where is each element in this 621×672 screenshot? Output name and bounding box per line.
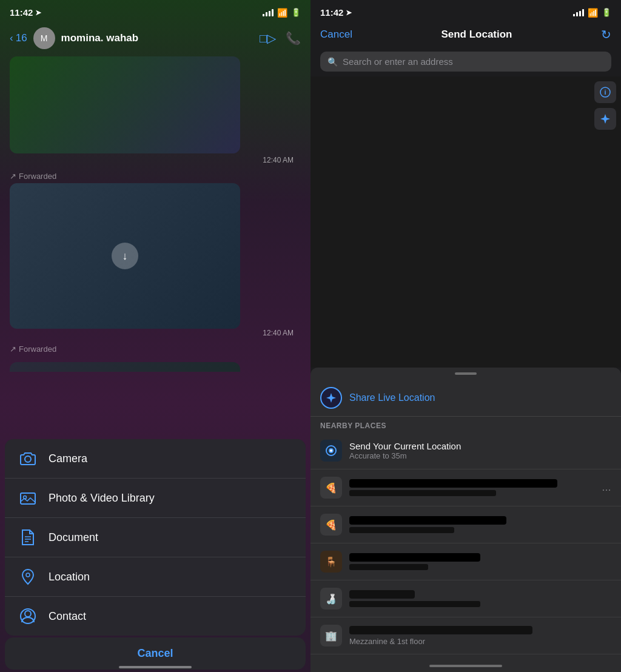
photo-library-label: Photo & Video Library	[49, 492, 155, 505]
left-status-icons: 📶 🔋	[263, 8, 301, 18]
ellipsis-icon-1: …	[602, 482, 611, 493]
right-signal-icon	[573, 9, 584, 16]
search-bar[interactable]: 🔍 Search or enter an address	[320, 52, 611, 72]
svg-point-6	[26, 573, 30, 577]
download-icon: ↓	[123, 250, 128, 263]
share-live-icon	[320, 387, 342, 409]
phone-call-icon[interactable]: 📞	[286, 31, 301, 45]
contact-icon	[17, 605, 39, 627]
right-location-icon: ➤	[346, 8, 352, 17]
camera-label: Camera	[49, 452, 87, 465]
current-location-item[interactable]: Send Your Current Location Accurate to 3…	[310, 432, 621, 469]
forwarded-label-1: ↗ Forwarded	[0, 169, 310, 183]
right-time: 11:42 ➤	[320, 7, 352, 18]
home-indicator	[119, 666, 192, 668]
chat-area: 12:40 AM ↗ Forwarded ↓ 12:40 AM ↗ Forwar…	[0, 56, 310, 372]
map-view[interactable]	[310, 76, 621, 368]
chat-media-3	[10, 362, 240, 372]
avatar-initial: M	[41, 33, 48, 43]
back-button[interactable]: ‹ 16	[10, 32, 27, 44]
svg-text:i: i	[604, 89, 606, 96]
action-camera[interactable]: Camera	[5, 439, 306, 479]
location-arrow-icon: ➤	[35, 8, 41, 17]
nearby-icon-4: 🍶	[320, 588, 342, 610]
camera-icon	[17, 448, 39, 469]
nearby-item-4[interactable]: 🍶	[310, 580, 621, 617]
place-sub-bar-1	[349, 490, 496, 496]
action-photo-library[interactable]: Photo & Video Library	[5, 479, 306, 518]
svg-point-0	[25, 456, 31, 462]
cancel-label: Cancel	[137, 647, 173, 659]
search-input[interactable]: Search or enter an address	[343, 56, 453, 67]
right-panel: 11:42 ➤ 📶 🔋 Cancel Send Location ↻ 🔍 Sea…	[310, 0, 621, 672]
action-document[interactable]: Document	[5, 518, 306, 557]
document-label: Document	[49, 531, 98, 544]
pizza-icon-2: 🍕	[325, 519, 337, 531]
place-sub-bar-3	[349, 564, 428, 570]
place-sub-bar-2	[349, 527, 454, 533]
nearby-text-2	[349, 516, 611, 533]
nearby-item-3[interactable]: 🪑	[310, 543, 621, 580]
nearby-text-4	[349, 590, 611, 607]
chat-media-2[interactable]: ↓	[10, 183, 240, 329]
msg-time-2: 12:40 AM	[0, 329, 310, 337]
cancel-button[interactable]: Cancel	[320, 29, 352, 41]
nearby-section-label: NEARBY PLACES	[310, 417, 621, 432]
location-bottom-sheet: Share Live Location NEARBY PLACES Send Y…	[310, 368, 621, 660]
video-call-icon[interactable]: □▷	[260, 31, 276, 45]
share-live-location-item[interactable]: Share Live Location	[310, 380, 621, 417]
download-button[interactable]: ↓	[112, 243, 138, 269]
document-icon	[17, 526, 39, 548]
place-name-bar-3	[349, 553, 480, 562]
forwarded-label-2: ↗ Forwarded	[0, 342, 310, 356]
current-location-accuracy: Accurate to 35m	[349, 451, 611, 460]
right-battery-icon: 🔋	[602, 8, 611, 17]
place-sub-bar-4	[349, 601, 480, 607]
msg-time-1: 12:40 AM	[0, 156, 310, 164]
left-chat-header: ‹ 16 M momina. wahab □▷ 📞	[0, 22, 310, 56]
furniture-icon: 🪑	[325, 556, 337, 568]
cancel-action-button[interactable]: Cancel	[5, 637, 306, 670]
right-home-indicator	[310, 660, 621, 672]
right-status-bar: 11:42 ➤ 📶 🔋	[310, 0, 621, 22]
map-controls: i	[594, 81, 616, 130]
current-location-name: Send Your Current Location	[349, 441, 611, 451]
nearby-item-1[interactable]: 🍕 …	[310, 469, 621, 506]
nearby-text-3	[349, 553, 611, 570]
action-location[interactable]: Location	[5, 557, 306, 597]
send-location-title: Send Location	[441, 29, 512, 41]
nearby-item-2[interactable]: 🍕	[310, 506, 621, 543]
left-status-bar: 11:42 ➤ 📶 🔋	[0, 0, 310, 22]
action-sheet: Camera Photo & Video Library	[5, 439, 306, 636]
chevron-left-icon: ‹	[10, 32, 13, 44]
battery-icon: 🔋	[291, 8, 301, 17]
contact-label: Contact	[49, 610, 86, 623]
current-location-text: Send Your Current Location Accurate to 3…	[349, 441, 611, 460]
wifi-icon: 📶	[277, 8, 287, 18]
place-name-bar-1	[349, 479, 557, 488]
nearby-text-1	[349, 479, 594, 496]
place-subtext-5: Mezzanine & 1st floor	[349, 637, 611, 646]
refresh-button[interactable]: ↻	[601, 27, 611, 42]
action-contact[interactable]: Contact	[5, 597, 306, 636]
chat-media-1	[10, 56, 240, 153]
map-area[interactable]: i	[310, 76, 621, 368]
nearby-icon-5: 🏢	[320, 625, 342, 647]
location-pin-icon	[17, 566, 39, 588]
right-wifi-icon: 📶	[588, 8, 598, 18]
nearby-text-5: Mezzanine & 1st floor	[349, 626, 611, 646]
pizza-icon-1: 🍕	[325, 482, 337, 494]
building-icon: 🏢	[325, 630, 337, 642]
right-time-display: 11:42	[320, 7, 343, 18]
my-location-button[interactable]	[594, 108, 616, 130]
search-icon: 🔍	[327, 57, 338, 67]
right-status-icons: 📶 🔋	[573, 8, 611, 18]
signal-icon	[263, 9, 274, 16]
nearby-icon-1: 🍕	[320, 477, 342, 499]
contact-name: momina. wahab	[61, 32, 260, 44]
map-info-button[interactable]: i	[594, 81, 616, 103]
place-name-bar-2	[349, 516, 506, 525]
nearby-item-5[interactable]: 🏢 Mezzanine & 1st floor	[310, 617, 621, 654]
sheet-handle	[455, 372, 477, 375]
time-display: 11:42	[10, 7, 33, 18]
